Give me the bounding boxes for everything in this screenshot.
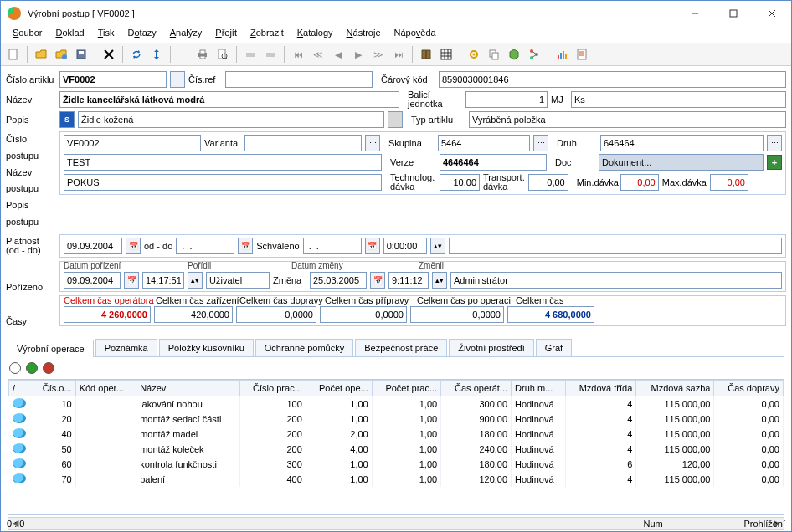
refresh-icon[interactable] xyxy=(127,45,146,64)
cis-ref-input[interactable] xyxy=(225,71,373,88)
menu-prejit[interactable]: Přejít xyxy=(208,26,244,43)
table-row[interactable]: 20montáž sedací části2001,001,00900,00Ho… xyxy=(9,412,784,427)
print-icon[interactable] xyxy=(193,45,212,64)
popis-postupu-input[interactable] xyxy=(64,174,382,191)
copy-icon[interactable] xyxy=(485,45,503,64)
close-button[interactable] xyxy=(753,1,791,26)
col-header[interactable]: Kód oper... xyxy=(75,380,136,396)
nazev-postupu-input[interactable] xyxy=(64,154,382,171)
datum-zm-input[interactable] xyxy=(310,272,367,289)
table-row[interactable]: 10lakování nohou1001,001,00300,00Hodinov… xyxy=(9,396,784,412)
col-header[interactable]: Číslo prac... xyxy=(239,380,306,396)
next-icon[interactable]: ▶ xyxy=(349,45,368,64)
table-row[interactable]: 70balení4001,001,00120,00Hodinová4115 00… xyxy=(9,472,784,487)
cas-zm-input[interactable] xyxy=(388,272,429,289)
dot-white-icon[interactable] xyxy=(9,362,21,374)
prev-icon[interactable]: ◀ xyxy=(329,45,347,64)
cislo-artiklu-input[interactable] xyxy=(59,71,167,88)
skupina-lookup-icon[interactable]: ⋯ xyxy=(533,135,548,151)
typ-artiklu-input[interactable] xyxy=(469,111,786,128)
cas-celkem-input[interactable] xyxy=(507,306,594,323)
report-icon[interactable] xyxy=(573,45,591,64)
tab-poznamka[interactable]: Poznámka xyxy=(95,339,157,356)
col-header[interactable]: Mzdová třída xyxy=(565,380,636,396)
cube-icon[interactable] xyxy=(505,45,523,64)
chart-icon[interactable] xyxy=(553,45,571,64)
nazev-input[interactable] xyxy=(59,91,399,108)
menu-napoveda[interactable]: Nápověda xyxy=(388,26,443,43)
table-row[interactable]: 60kontrola funkčnosti3001,001,00180,00Ho… xyxy=(9,457,784,472)
cas-zarizeni-input[interactable] xyxy=(154,306,233,323)
dot-green-icon[interactable] xyxy=(26,362,38,374)
col-header[interactable]: Druh m... xyxy=(512,380,566,396)
cas-operator-input[interactable] xyxy=(64,306,151,323)
print3-icon[interactable] xyxy=(261,45,280,64)
varianta-input[interactable] xyxy=(244,135,362,151)
gear-icon[interactable] xyxy=(465,45,483,64)
popis-btn-icon[interactable] xyxy=(388,111,403,128)
col-header[interactable]: Počet ope... xyxy=(306,380,372,396)
sync-icon[interactable] xyxy=(147,45,166,64)
operations-grid[interactable]: /Čís.o...Kód oper...NázevČíslo prac...Po… xyxy=(8,379,784,515)
col-header[interactable]: Počet prac... xyxy=(372,380,440,396)
menu-katalogy[interactable]: Katalogy xyxy=(291,26,340,43)
verze-input[interactable] xyxy=(440,154,547,171)
prevpage-icon[interactable]: ≪ xyxy=(309,45,327,64)
new-icon[interactable] xyxy=(4,45,23,64)
platnost-do-cal-icon[interactable]: 📅 xyxy=(238,238,253,254)
schvaleno-cas-spin-icon[interactable]: ▴▾ xyxy=(430,238,445,254)
tab-graf[interactable]: Graf xyxy=(536,339,572,356)
cas-pooperaci-input[interactable] xyxy=(410,306,504,323)
tab-ochranne-pomucky[interactable]: Ochranné pomůcky xyxy=(255,339,353,356)
popis-s-icon[interactable]: S xyxy=(59,111,75,128)
menu-doklad[interactable]: Doklad xyxy=(49,26,90,43)
menu-tisk[interactable]: Tisk xyxy=(91,26,121,43)
table-row[interactable]: 40montáž madel2002,001,00180,00Hodinová4… xyxy=(9,427,784,442)
balici-input[interactable] xyxy=(465,91,548,108)
open2-icon[interactable] xyxy=(52,45,70,64)
zmenil-input[interactable] xyxy=(450,272,782,289)
col-header[interactable]: / xyxy=(9,380,33,396)
platnost-od-input[interactable] xyxy=(64,238,122,254)
poridil-input[interactable] xyxy=(206,272,270,289)
tab-bezpecnost-prace[interactable]: Bezpečnost práce xyxy=(355,339,447,356)
menu-analyzy[interactable]: Analýzy xyxy=(163,26,209,43)
platnost-do-input[interactable] xyxy=(176,238,234,254)
col-header[interactable]: Název xyxy=(136,380,240,396)
col-header[interactable]: Čas dopravy xyxy=(714,380,784,396)
tree-icon[interactable] xyxy=(525,45,543,64)
popis-input[interactable] xyxy=(78,111,384,128)
datum-por-cal-icon[interactable]: 📅 xyxy=(124,272,139,289)
nextpage-icon[interactable]: ≫ xyxy=(369,45,388,64)
max-davka-input[interactable] xyxy=(710,174,748,191)
grid-icon[interactable] xyxy=(437,45,455,64)
col-header[interactable]: Čís.o... xyxy=(33,380,75,396)
cislo-postupu-input[interactable] xyxy=(64,135,201,151)
save-icon[interactable] xyxy=(72,45,90,64)
cislo-artiklu-lookup-icon[interactable]: ⋯ xyxy=(170,71,185,88)
cas-pripravy-input[interactable] xyxy=(320,306,407,323)
minimize-button[interactable] xyxy=(676,1,714,26)
menu-nastroje[interactable]: Nástroje xyxy=(340,26,388,43)
preview-icon[interactable] xyxy=(213,45,232,64)
schvaleno-extra-input[interactable] xyxy=(449,238,782,254)
col-header[interactable]: Čas operát... xyxy=(441,380,512,396)
schvaleno-cal-icon[interactable]: 📅 xyxy=(365,238,380,254)
tab-zivotni-prostredi[interactable]: Životní prostředí xyxy=(449,339,533,356)
mj-input[interactable] xyxy=(571,91,786,108)
first-icon[interactable]: ⏮ xyxy=(289,45,307,64)
col-header[interactable]: Mzdová sazba xyxy=(636,380,714,396)
schvaleno-cas-input[interactable] xyxy=(383,238,427,254)
cas-por-input[interactable] xyxy=(142,272,184,289)
cas-dopravy-input[interactable] xyxy=(236,306,316,323)
min-davka-input[interactable] xyxy=(620,174,659,191)
druh-input[interactable] xyxy=(600,135,764,151)
technolog-input[interactable] xyxy=(440,174,480,191)
last-icon[interactable]: ⏭ xyxy=(389,45,408,64)
varianta-lookup-icon[interactable]: ⋯ xyxy=(365,135,380,151)
cas-zm-spin-icon[interactable]: ▴▾ xyxy=(432,272,447,289)
tab-vyrobni-operace[interactable]: Výrobní operace xyxy=(8,340,94,357)
menu-soubor[interactable]: Soubor xyxy=(6,26,49,43)
schvaleno-input[interactable] xyxy=(303,238,362,254)
delete-icon[interactable] xyxy=(100,45,118,64)
